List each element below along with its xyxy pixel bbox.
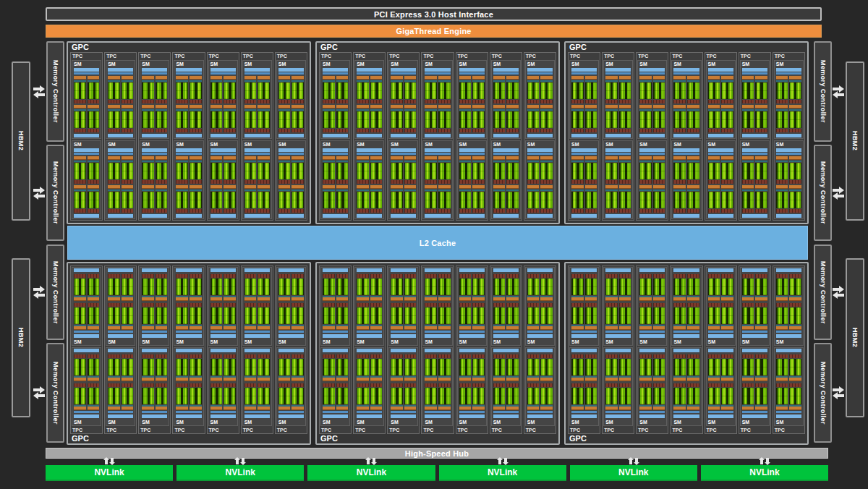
gpc-block: GPCTPCSMSMTPCSMSMTPCSMSMTPCSMSMTPCSMSMTP… (564, 41, 809, 224)
sm-partition (244, 273, 257, 301)
core-grid (156, 163, 168, 179)
core-grid (122, 307, 134, 324)
tpc-label: TPC (105, 53, 136, 59)
sm-partition-row (210, 302, 236, 330)
core-grid (673, 163, 686, 179)
sm-partition-row (425, 383, 450, 410)
sm-label: SM (423, 141, 451, 148)
ldst-red-bar (721, 180, 733, 184)
partition-teal-bar (391, 80, 403, 82)
core-grid (540, 192, 553, 208)
core-grid (506, 82, 519, 99)
hbm-bidirectional-arrow-icon (32, 385, 46, 401)
ldst-red-bar (122, 354, 134, 358)
partition-orange-bar (619, 105, 631, 109)
partition-orange-bar (438, 407, 451, 410)
core-grid (585, 278, 597, 295)
ldst-red-bar (619, 354, 631, 358)
sm-partition (278, 156, 291, 184)
partition-orange-bar (721, 76, 733, 80)
core-grid (370, 388, 383, 404)
ldst-red-bar (789, 354, 801, 358)
core-grid (425, 82, 437, 99)
partition-orange-bar (404, 185, 417, 189)
sm-thin-blue-bar (357, 411, 382, 413)
sm-partition (108, 156, 120, 184)
sm-partition-row (210, 185, 236, 213)
ldst-red-bar (404, 209, 417, 213)
partition-orange-bar (789, 407, 801, 410)
partition-orange-bar (336, 156, 349, 160)
tpc-label: TPC (739, 427, 770, 433)
tpc-label: TPC (524, 53, 556, 59)
core-grid (708, 82, 720, 99)
core-grid (74, 111, 86, 128)
sm-blue-bar (776, 148, 801, 152)
partition-orange-bar (459, 185, 472, 189)
ldst-red-bar (142, 274, 154, 278)
sm-bottom-blue-bar (210, 134, 236, 137)
partition-teal-bar (244, 109, 257, 111)
sm-partition (244, 105, 257, 132)
core-grid (210, 388, 223, 404)
partition-orange-bar (278, 76, 291, 80)
tpc-block: TPCSMSM (387, 265, 420, 434)
partition-teal-bar (755, 190, 767, 191)
sm-thin-blue-bar (357, 331, 382, 333)
ldst-red-bar (292, 383, 304, 387)
ldst-red-bar (108, 303, 120, 307)
partition-orange-bar (673, 297, 686, 301)
core-grid (278, 192, 291, 208)
partition-orange-bar (176, 326, 188, 330)
sm-partition-row (493, 76, 519, 103)
partition-orange-bar (687, 105, 699, 109)
core-grid (210, 82, 223, 99)
core-grid (142, 82, 154, 99)
partition-orange-bar (122, 326, 134, 330)
core-grid (571, 307, 584, 324)
sm-partition (673, 383, 686, 410)
core-grid (585, 111, 597, 128)
partition-orange-bar (459, 105, 472, 109)
sm-partition (278, 185, 291, 213)
ldst-red-bar (527, 303, 540, 307)
sm-thin-blue-bar (323, 72, 348, 75)
sm-label: SM (741, 339, 769, 345)
partition-orange-bar (357, 407, 369, 410)
sm-partition-row (142, 302, 167, 330)
sm-partition-row (742, 354, 767, 381)
sm-thin-blue-bar (142, 72, 167, 75)
sm-partition (336, 76, 349, 103)
sm-partition-row (708, 354, 733, 381)
nvlink-bidirectional-arrow-icon (103, 457, 115, 465)
sm-label: SM (526, 61, 554, 67)
core-grid (357, 192, 369, 208)
sm-partition-row (176, 354, 201, 381)
core-grid (653, 359, 665, 375)
tpc-label: TPC (71, 53, 102, 59)
sm-blue-bar (357, 414, 382, 418)
ldst-red-bar (742, 100, 754, 103)
sm-label: SM (321, 339, 349, 345)
sm-partition-row (493, 383, 519, 410)
partition-orange-bar (370, 378, 383, 381)
core-grid (404, 192, 417, 208)
ldst-red-bar (108, 129, 120, 132)
core-grid (108, 163, 120, 179)
core-grid (244, 192, 257, 208)
ldst-red-bar (459, 383, 472, 387)
tpc-row: TPCSMSMTPCSMSMTPCSMSMTPCSMSMTPCSMSMTPCSM… (566, 52, 807, 223)
sm-partition (653, 76, 665, 103)
sm-partition-row (357, 156, 382, 184)
partition-orange-bar (156, 185, 168, 189)
sm-block: SM (774, 60, 804, 139)
partition-orange-bar (404, 407, 417, 410)
sm-partition (721, 383, 733, 410)
sm-partition (336, 302, 349, 330)
partition-orange-bar (742, 297, 754, 301)
sm-partition (88, 76, 100, 103)
sm-partition (74, 105, 86, 132)
sm-partition (571, 76, 584, 103)
sm-bottom-blue-bar (425, 268, 450, 272)
sm-bottom-blue-bar (210, 349, 236, 352)
